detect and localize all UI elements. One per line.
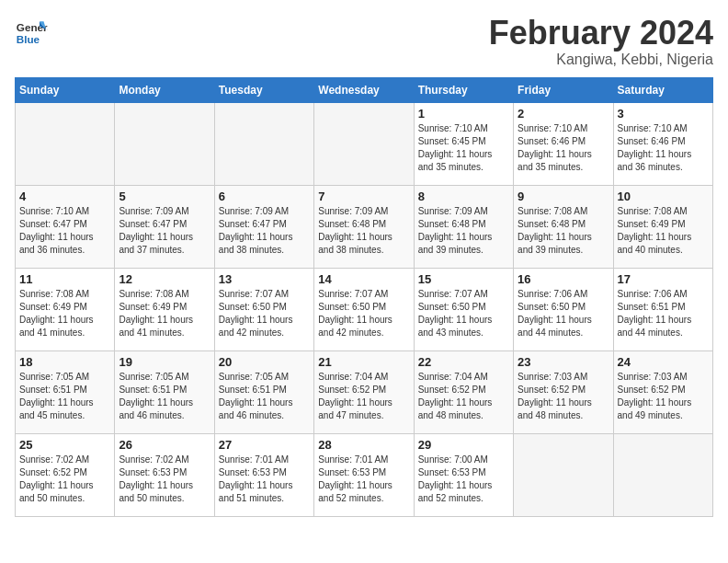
calendar-cell: 18Sunrise: 7:05 AM Sunset: 6:51 PM Dayli…: [16, 350, 115, 433]
calendar-cell: 7Sunrise: 7:09 AM Sunset: 6:48 PM Daylig…: [314, 185, 414, 268]
calendar-cell: 17Sunrise: 7:06 AM Sunset: 6:51 PM Dayli…: [613, 268, 712, 350]
day-header-thursday: Thursday: [414, 77, 513, 102]
day-info: Sunrise: 7:09 AM Sunset: 6:48 PM Dayligh…: [418, 205, 509, 257]
day-info: Sunrise: 7:08 AM Sunset: 6:49 PM Dayligh…: [618, 205, 709, 257]
calendar-cell: 10Sunrise: 7:08 AM Sunset: 6:49 PM Dayli…: [613, 185, 712, 268]
day-info: Sunrise: 7:05 AM Sunset: 6:51 PM Dayligh…: [19, 371, 110, 422]
calendar-cell: 13Sunrise: 7:07 AM Sunset: 6:50 PM Dayli…: [214, 268, 313, 350]
calendar-cell: 2Sunrise: 7:10 AM Sunset: 6:46 PM Daylig…: [514, 102, 613, 185]
day-info: Sunrise: 7:04 AM Sunset: 6:52 PM Dayligh…: [418, 371, 509, 422]
calendar-week-row: 11Sunrise: 7:08 AM Sunset: 6:49 PM Dayli…: [16, 268, 713, 350]
calendar-cell: 14Sunrise: 7:07 AM Sunset: 6:50 PM Dayli…: [314, 268, 414, 350]
calendar-cell: 4Sunrise: 7:10 AM Sunset: 6:47 PM Daylig…: [16, 185, 115, 268]
day-info: Sunrise: 7:08 AM Sunset: 6:49 PM Dayligh…: [119, 288, 210, 339]
calendar-week-row: 25Sunrise: 7:02 AM Sunset: 6:52 PM Dayli…: [16, 433, 713, 516]
day-number: 10: [618, 190, 709, 203]
day-header-wednesday: Wednesday: [314, 77, 414, 102]
day-number: 23: [518, 355, 609, 369]
day-info: Sunrise: 7:10 AM Sunset: 6:45 PM Dayligh…: [418, 122, 509, 174]
day-number: 1: [418, 107, 509, 121]
calendar-cell: 19Sunrise: 7:05 AM Sunset: 6:51 PM Dayli…: [115, 350, 214, 433]
logo-icon: General Blue: [15, 15, 48, 48]
day-number: 3: [618, 107, 709, 121]
day-number: 28: [318, 438, 409, 452]
page-subtitle: Kangiwa, Kebbi, Nigeria: [489, 52, 713, 68]
day-number: 18: [19, 355, 110, 369]
day-info: Sunrise: 7:01 AM Sunset: 6:53 PM Dayligh…: [318, 454, 409, 505]
day-info: Sunrise: 7:09 AM Sunset: 6:48 PM Dayligh…: [318, 205, 409, 257]
day-info: Sunrise: 7:10 AM Sunset: 6:46 PM Dayligh…: [618, 122, 709, 174]
calendar-week-row: 18Sunrise: 7:05 AM Sunset: 6:51 PM Dayli…: [16, 350, 713, 433]
day-info: Sunrise: 7:10 AM Sunset: 6:46 PM Dayligh…: [518, 122, 609, 174]
day-number: 9: [518, 190, 609, 203]
calendar-cell: [314, 102, 414, 185]
day-number: 22: [418, 355, 509, 369]
day-number: 27: [219, 438, 310, 452]
calendar-cell: 23Sunrise: 7:03 AM Sunset: 6:52 PM Dayli…: [514, 350, 613, 433]
day-header-monday: Monday: [115, 77, 214, 102]
day-header-tuesday: Tuesday: [214, 77, 313, 102]
day-info: Sunrise: 7:08 AM Sunset: 6:49 PM Dayligh…: [19, 288, 110, 339]
day-info: Sunrise: 7:04 AM Sunset: 6:52 PM Dayligh…: [318, 371, 409, 422]
day-info: Sunrise: 7:02 AM Sunset: 6:52 PM Dayligh…: [19, 454, 110, 505]
day-info: Sunrise: 7:10 AM Sunset: 6:47 PM Dayligh…: [19, 205, 110, 257]
calendar-cell: 6Sunrise: 7:09 AM Sunset: 6:47 PM Daylig…: [214, 185, 313, 268]
day-info: Sunrise: 7:02 AM Sunset: 6:53 PM Dayligh…: [119, 454, 210, 505]
calendar-cell: 11Sunrise: 7:08 AM Sunset: 6:49 PM Dayli…: [16, 268, 115, 350]
day-info: Sunrise: 7:06 AM Sunset: 6:51 PM Dayligh…: [618, 288, 709, 339]
day-number: 25: [19, 438, 110, 452]
day-number: 24: [618, 355, 709, 369]
calendar-cell: 1Sunrise: 7:10 AM Sunset: 6:45 PM Daylig…: [414, 102, 513, 185]
day-number: 5: [119, 190, 210, 203]
day-info: Sunrise: 7:09 AM Sunset: 6:47 PM Dayligh…: [119, 205, 210, 257]
day-number: 19: [119, 355, 210, 369]
calendar-cell: 3Sunrise: 7:10 AM Sunset: 6:46 PM Daylig…: [613, 102, 712, 185]
day-info: Sunrise: 7:03 AM Sunset: 6:52 PM Dayligh…: [618, 371, 709, 422]
day-info: Sunrise: 7:06 AM Sunset: 6:50 PM Dayligh…: [518, 288, 609, 339]
day-info: Sunrise: 7:07 AM Sunset: 6:50 PM Dayligh…: [318, 288, 409, 339]
calendar-cell: 16Sunrise: 7:06 AM Sunset: 6:50 PM Dayli…: [514, 268, 613, 350]
day-number: 13: [219, 272, 310, 286]
day-header-sunday: Sunday: [16, 77, 115, 102]
day-number: 8: [418, 190, 509, 203]
day-number: 14: [318, 272, 409, 286]
day-header-friday: Friday: [514, 77, 613, 102]
calendar-cell: 15Sunrise: 7:07 AM Sunset: 6:50 PM Dayli…: [414, 268, 513, 350]
day-number: 4: [19, 190, 110, 203]
calendar-header-row: SundayMondayTuesdayWednesdayThursdayFrid…: [16, 77, 713, 102]
calendar-cell: 21Sunrise: 7:04 AM Sunset: 6:52 PM Dayli…: [314, 350, 414, 433]
day-number: 6: [219, 190, 310, 203]
calendar-cell: [115, 102, 214, 185]
day-number: 29: [418, 438, 509, 452]
day-number: 12: [119, 272, 210, 286]
calendar-cell: 8Sunrise: 7:09 AM Sunset: 6:48 PM Daylig…: [414, 185, 513, 268]
calendar-cell: [16, 102, 115, 185]
day-number: 21: [318, 355, 409, 369]
calendar-cell: [514, 433, 613, 516]
calendar-cell: 5Sunrise: 7:09 AM Sunset: 6:47 PM Daylig…: [115, 185, 214, 268]
calendar-cell: 22Sunrise: 7:04 AM Sunset: 6:52 PM Dayli…: [414, 350, 513, 433]
day-number: 17: [618, 272, 709, 286]
calendar-cell: 24Sunrise: 7:03 AM Sunset: 6:52 PM Dayli…: [613, 350, 712, 433]
day-number: 20: [219, 355, 310, 369]
day-number: 2: [518, 107, 609, 121]
day-number: 11: [19, 272, 110, 286]
calendar-cell: 9Sunrise: 7:08 AM Sunset: 6:48 PM Daylig…: [514, 185, 613, 268]
calendar-week-row: 1Sunrise: 7:10 AM Sunset: 6:45 PM Daylig…: [16, 102, 713, 185]
day-header-saturday: Saturday: [613, 77, 712, 102]
calendar-cell: 20Sunrise: 7:05 AM Sunset: 6:51 PM Dayli…: [214, 350, 313, 433]
calendar-cell: 28Sunrise: 7:01 AM Sunset: 6:53 PM Dayli…: [314, 433, 414, 516]
day-info: Sunrise: 7:05 AM Sunset: 6:51 PM Dayligh…: [119, 371, 210, 422]
day-info: Sunrise: 7:08 AM Sunset: 6:48 PM Dayligh…: [518, 205, 609, 257]
calendar-table: SundayMondayTuesdayWednesdayThursdayFrid…: [15, 77, 713, 517]
page-header: General Blue February 2024 Kangiwa, Kebb…: [15, 15, 713, 68]
day-info: Sunrise: 7:09 AM Sunset: 6:47 PM Dayligh…: [219, 205, 310, 257]
calendar-cell: [613, 433, 712, 516]
page-title: February 2024: [489, 15, 713, 52]
calendar-cell: 26Sunrise: 7:02 AM Sunset: 6:53 PM Dayli…: [115, 433, 214, 516]
calendar-cell: 29Sunrise: 7:00 AM Sunset: 6:53 PM Dayli…: [414, 433, 513, 516]
day-number: 16: [518, 272, 609, 286]
logo: General Blue: [15, 15, 48, 48]
day-info: Sunrise: 7:03 AM Sunset: 6:52 PM Dayligh…: [518, 371, 609, 422]
calendar-body: 1Sunrise: 7:10 AM Sunset: 6:45 PM Daylig…: [16, 102, 713, 516]
